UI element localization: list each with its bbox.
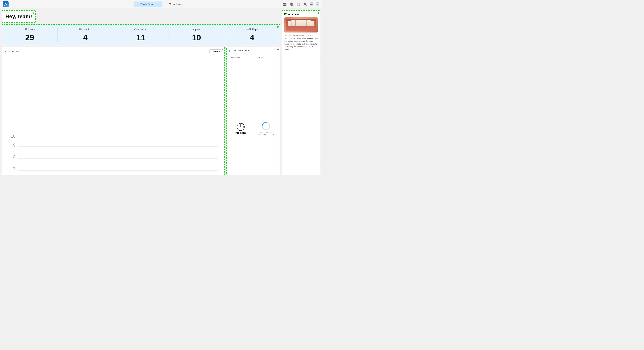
plugin-icon[interactable] — [283, 2, 287, 6]
logo-area — [3, 1, 16, 7]
app-logo — [3, 1, 9, 7]
storage-circle-icon — [261, 122, 271, 131]
svg-point-9 — [304, 3, 306, 4]
stat-health-value: 4 — [250, 34, 254, 42]
chart-dropdown[interactable]: 7 Days ▾ — [210, 49, 222, 53]
chevron-down-icon: ▾ — [219, 50, 220, 53]
svg-text:7: 7 — [13, 167, 16, 171]
info-title: Other Information — [232, 49, 249, 52]
storage-content: Total: 238.6 GB Remaining: 18.9 GB — [256, 60, 276, 175]
stat-restoration-label: Restoration — [79, 28, 92, 31]
svg-rect-64 — [307, 20, 310, 26]
info-panels: d Other Information Scan Time — [226, 47, 280, 175]
whats-new-box: e What's new — [282, 10, 320, 175]
stat-health-label: Health Report — [245, 28, 259, 31]
teeth-svg — [286, 19, 316, 31]
tab-caseflow-label: Case Flow — [169, 3, 182, 6]
stat-implant[interactable]: Implant 10 — [169, 28, 224, 42]
minimize-button[interactable]: — — [310, 2, 313, 6]
svg-rect-61 — [296, 20, 299, 26]
bottom-row: c Case Count 7 Days ▾ 0 1 — [2, 47, 280, 175]
storage-card: Storage Total: 238.6 GB Remaining: 18.9 … — [254, 54, 278, 175]
greeting-text: Hey, team! — [5, 13, 32, 19]
svg-rect-3 — [285, 3, 286, 4]
storage-remaining: Remaining: 18.9 GB — [258, 134, 274, 136]
stat-all-cases-label: All Cases — [25, 28, 35, 31]
stat-health-report[interactable]: Health Report 4 — [224, 28, 280, 42]
scan-time-label: Scan Time — [231, 56, 240, 59]
scan-time-content: 2h 15m — [231, 60, 250, 175]
tab-dashboard[interactable]: Dash Board — [134, 1, 162, 7]
stat-restoration-value: 4 — [83, 34, 88, 42]
stat-implant-value: 10 — [192, 34, 201, 42]
right-sidebar: e What's new — [282, 10, 320, 175]
chart-header: Case Count 7 Days ▾ — [5, 49, 222, 53]
chart-title: Case Count — [8, 50, 19, 53]
whats-new-title: What's new — [284, 13, 318, 16]
section-label-c: c — [222, 48, 224, 51]
network-icon[interactable] — [290, 2, 294, 6]
svg-point-8 — [298, 4, 299, 5]
teeth-image — [284, 17, 318, 32]
stat-all-cases-value: 29 — [25, 34, 34, 42]
info-grid: Scan Time 2h 15m — [229, 54, 278, 175]
section-label-e: e — [318, 11, 319, 14]
svg-rect-65 — [311, 21, 314, 26]
chart-dot — [5, 51, 6, 52]
chart-panel: c Case Count 7 Days ▾ 0 1 — [2, 47, 225, 175]
info-dot — [229, 50, 230, 52]
stat-orthodontics[interactable]: Orthodontics 11 — [113, 28, 169, 42]
info-header: Other Information — [229, 49, 278, 52]
svg-text:8: 8 — [13, 155, 16, 159]
stat-orthodontics-label: Orthodontics — [134, 28, 148, 31]
chart-area: 0 1 2 3 4 5 6 7 8 9 10 — [5, 55, 222, 175]
settings-icon[interactable] — [296, 2, 300, 6]
chart-svg: 0 1 2 3 4 5 6 7 8 9 10 — [5, 55, 222, 175]
whats-new-desc: Color and texture update: The new versio… — [284, 34, 318, 51]
svg-text:9: 9 — [13, 143, 16, 147]
nav-tabs: Dash Board Case Flow — [134, 1, 188, 7]
stat-all-cases[interactable]: All Cases 29 — [2, 28, 58, 42]
stats-box: b All Cases 29 Restoration 4 Orthodontic… — [2, 24, 280, 45]
close-button[interactable]: ✕ — [316, 2, 319, 6]
storage-total: Total: 238.6 GB — [260, 131, 272, 133]
section-label-b: b — [277, 25, 279, 28]
tab-caseflow[interactable]: Case Flow — [162, 1, 188, 7]
chart-period-label: 7 Days — [211, 50, 218, 53]
svg-rect-4 — [284, 4, 285, 6]
topbar: Dash Board Case Flow — [0, 0, 322, 9]
svg-rect-59 — [288, 21, 291, 26]
section-label-d: d — [277, 48, 279, 51]
storage-label-text: Storage — [256, 56, 263, 59]
svg-rect-60 — [292, 20, 295, 26]
svg-text:10: 10 — [11, 134, 16, 139]
scan-time-icon — [236, 123, 245, 131]
section-label-a: a — [33, 11, 34, 14]
stat-restoration[interactable]: Restoration 4 — [58, 28, 113, 42]
topbar-actions: — ✕ — [283, 2, 319, 6]
svg-rect-2 — [284, 3, 285, 4]
svg-rect-63 — [303, 20, 306, 26]
scan-time-card: Scan Time 2h 15m — [229, 54, 252, 175]
user-icon[interactable] — [303, 2, 307, 6]
tab-dashboard-label: Dash Board — [140, 3, 156, 6]
svg-rect-62 — [299, 20, 303, 26]
stat-implant-label: Implant — [192, 28, 200, 31]
chart-title-row: Case Count — [5, 50, 19, 53]
greeting-box: a Hey, team! — [2, 10, 36, 23]
svg-rect-5 — [285, 4, 286, 6]
svg-marker-0 — [4, 3, 7, 6]
left-column: a Hey, team! b All Cases 29 Restoration … — [2, 10, 280, 175]
scan-time-value: 2h 15m — [235, 131, 246, 135]
stat-orthodontics-value: 11 — [136, 34, 145, 42]
main-container: a Hey, team! b All Cases 29 Restoration … — [0, 9, 322, 175]
